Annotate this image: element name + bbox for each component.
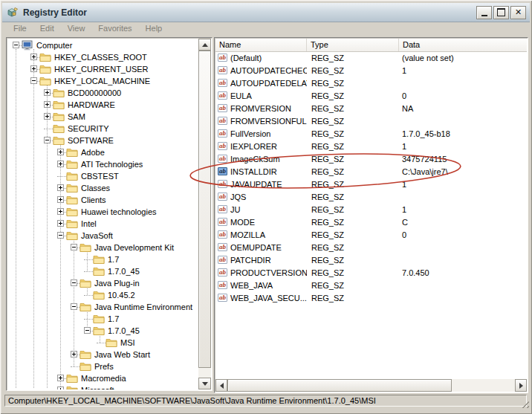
registry-value-row-productversion[interactable]: abPRODUCTVERSIONREG_SZ7.0.450 xyxy=(215,266,527,279)
tree-item-clients[interactable]: Clients xyxy=(7,194,198,206)
collapse-toggle-icon[interactable] xyxy=(30,77,37,84)
expand-toggle-icon[interactable] xyxy=(57,375,64,381)
tree-item-hkey-classes-root[interactable]: HKEY_CLASSES_ROOT xyxy=(7,51,198,63)
tree-item-intel[interactable]: Intel xyxy=(7,218,198,230)
column-header-data[interactable]: Data xyxy=(399,39,527,51)
tree-item-java-development-kit[interactable]: Java Development Kit xyxy=(7,242,198,253)
expand-toggle-icon[interactable] xyxy=(30,65,37,72)
expand-toggle-icon[interactable] xyxy=(57,208,64,215)
expand-toggle-icon[interactable] xyxy=(57,184,64,191)
value-type: REG_SZ xyxy=(307,281,399,290)
tree-item-huawei-technologies[interactable]: Huawei technologies xyxy=(7,206,198,218)
expand-toggle-icon[interactable] xyxy=(57,161,64,167)
collapse-toggle-icon[interactable] xyxy=(44,137,51,143)
list-horizontal-scrollbar[interactable] xyxy=(215,379,527,392)
value-name: WEB_JAVA xyxy=(230,281,273,290)
expand-toggle-icon[interactable] xyxy=(44,113,51,120)
registry-value-row-eula[interactable]: abEULAREG_SZ0 xyxy=(215,89,527,102)
expand-toggle-icon[interactable] xyxy=(57,220,64,227)
tree-item-label: 1.7 xyxy=(108,313,119,325)
expand-toggle-icon[interactable] xyxy=(57,386,64,389)
scroll-up-button[interactable] xyxy=(198,39,211,51)
registry-value-row-imagecksum[interactable]: abImageCkSumREG_SZ3475724115 xyxy=(215,152,527,165)
collapse-toggle-icon[interactable] xyxy=(57,232,64,239)
tree-item-microsoft[interactable]: Microsoft xyxy=(7,384,198,389)
maximize-button[interactable] xyxy=(493,6,509,19)
collapse-toggle-icon[interactable] xyxy=(71,303,77,310)
tree-scrollbar-thumb[interactable] xyxy=(198,51,211,368)
list-scrollbar-thumb[interactable] xyxy=(227,379,452,392)
tree-item-hkey-current-user[interactable]: HKEY_CURRENT_USER xyxy=(7,63,198,75)
registry-value-row-fromversionfull[interactable]: abFROMVERSIONFULLREG_SZ xyxy=(215,114,527,127)
menu-item-view[interactable]: View xyxy=(61,22,92,35)
tree-item-java-runtime-environment[interactable]: Java Runtime Environment xyxy=(7,301,198,313)
tree-item-java-web-start[interactable]: Java Web Start xyxy=(7,349,198,360)
collapse-toggle-icon[interactable] xyxy=(71,244,77,250)
registry-value-row-autoupdatedelay[interactable]: abAUTOUPDATEDELAYREG_SZ xyxy=(215,77,527,89)
collapse-toggle-icon[interactable] xyxy=(71,279,77,286)
registry-value-row-default[interactable]: ab(Default)REG_SZ(value not set) xyxy=(215,51,527,64)
registry-value-row-web-java-secu[interactable]: abWEB_JAVA_SECU...REG_SZ xyxy=(215,291,527,304)
tree-item-hkey-local-machine[interactable]: HKEY_LOCAL_MACHINE xyxy=(7,75,198,87)
tree-item-1-7[interactable]: 1.7 xyxy=(7,313,198,325)
column-header-name[interactable]: Name xyxy=(215,39,307,51)
registry-value-row-autoupdatecheck[interactable]: abAUTOUPDATECHECKREG_SZ1 xyxy=(215,64,527,77)
tree-item-1-7-0-45[interactable]: 1.7.0_45 xyxy=(7,325,198,337)
minimize-button[interactable] xyxy=(476,6,492,19)
column-header-type[interactable]: Type xyxy=(307,39,399,51)
registry-value-row-oemupdate[interactable]: abOEMUPDATEREG_SZ xyxy=(215,241,527,253)
computer-icon xyxy=(22,40,33,51)
tree-item-hardware[interactable]: HARDWARE xyxy=(7,99,198,111)
registry-value-row-fullversion[interactable]: abFullVersionREG_SZ1.7.0_45-b18 xyxy=(215,127,527,140)
minimize-icon xyxy=(481,15,487,16)
collapse-toggle-icon[interactable] xyxy=(84,327,91,334)
tree-item-java-plug-in[interactable]: Java Plug-in xyxy=(7,277,198,289)
tree-item-adobe[interactable]: Adobe xyxy=(7,146,198,158)
expand-toggle-icon[interactable] xyxy=(71,351,77,358)
registry-value-row-iexplorer[interactable]: abIEXPLORERREG_SZ1 xyxy=(215,140,527,152)
tree-item-computer[interactable]: Computer xyxy=(7,39,198,51)
close-button[interactable]: ✕ xyxy=(510,6,526,19)
registry-value-row-ju[interactable]: abJUREG_SZ1 xyxy=(215,203,527,216)
tree-item-macromedia[interactable]: Macromedia xyxy=(7,372,198,384)
scroll-left-button[interactable] xyxy=(215,379,227,392)
menu-item-edit[interactable]: Edit xyxy=(33,22,61,35)
value-name-cell: abFROMVERSION xyxy=(215,104,307,113)
menu-item-help[interactable]: Help xyxy=(139,22,169,35)
tree-item-ati-technologies[interactable]: ATI Technologies xyxy=(7,158,198,170)
tree-item-classes[interactable]: Classes xyxy=(7,182,198,194)
scroll-down-button[interactable] xyxy=(198,378,211,389)
collapse-toggle-icon[interactable] xyxy=(13,42,19,48)
expand-toggle-icon[interactable] xyxy=(44,101,51,108)
tree-item-msi[interactable]: MSI xyxy=(7,337,198,349)
expand-toggle-icon[interactable] xyxy=(57,149,64,155)
registry-value-row-jqs[interactable]: abJQSREG_SZ xyxy=(215,190,527,203)
expand-toggle-icon[interactable] xyxy=(57,196,64,203)
folder-icon xyxy=(80,242,91,253)
tree-item-security[interactable]: SECURITY xyxy=(7,123,198,135)
registry-value-row-patchdir[interactable]: abPATCHDIRREG_SZ xyxy=(215,253,527,266)
registry-value-row-mozilla[interactable]: abMOZILLAREG_SZ0 xyxy=(215,228,527,241)
tree-vertical-scrollbar[interactable] xyxy=(198,39,211,389)
menu-item-favorites[interactable]: Favorites xyxy=(91,22,138,35)
tree-item-sam[interactable]: SAM xyxy=(7,111,198,123)
tree-item-software[interactable]: SOFTWARE xyxy=(7,135,198,146)
tree-item-label: BCD00000000 xyxy=(68,87,121,99)
registry-value-row-mode[interactable]: abMODEREG_SZC xyxy=(215,216,527,228)
tree-item-javasoft[interactable]: JavaSoft xyxy=(7,230,198,242)
tree-item-1-7[interactable]: 1.7 xyxy=(7,253,198,265)
registry-value-row-javaupdate[interactable]: abJAVAUPDATEREG_SZ1 xyxy=(215,178,527,190)
menu-item-file[interactable]: File xyxy=(7,22,33,35)
tree-item-10-45-2[interactable]: 10.45.2 xyxy=(7,289,198,301)
scroll-right-button[interactable] xyxy=(515,379,527,392)
registry-value-row-installdir[interactable]: abINSTALLDIRREG_SZC:\Java\jre7\ xyxy=(215,165,527,178)
registry-value-row-fromversion[interactable]: abFROMVERSIONREG_SZNA xyxy=(215,102,527,114)
tree-item-prefs[interactable]: Prefs xyxy=(7,360,198,372)
string-value-icon: ab xyxy=(218,129,227,138)
tree-item-bcd00000000[interactable]: BCD00000000 xyxy=(7,87,198,99)
expand-toggle-icon[interactable] xyxy=(44,89,51,96)
expand-toggle-icon[interactable] xyxy=(30,54,37,60)
registry-value-row-web-java[interactable]: abWEB_JAVAREG_SZ xyxy=(215,279,527,291)
tree-item-1-7-0-45[interactable]: 1.7.0_45 xyxy=(7,265,198,277)
tree-item-cbstest[interactable]: CBSTEST xyxy=(7,170,198,182)
